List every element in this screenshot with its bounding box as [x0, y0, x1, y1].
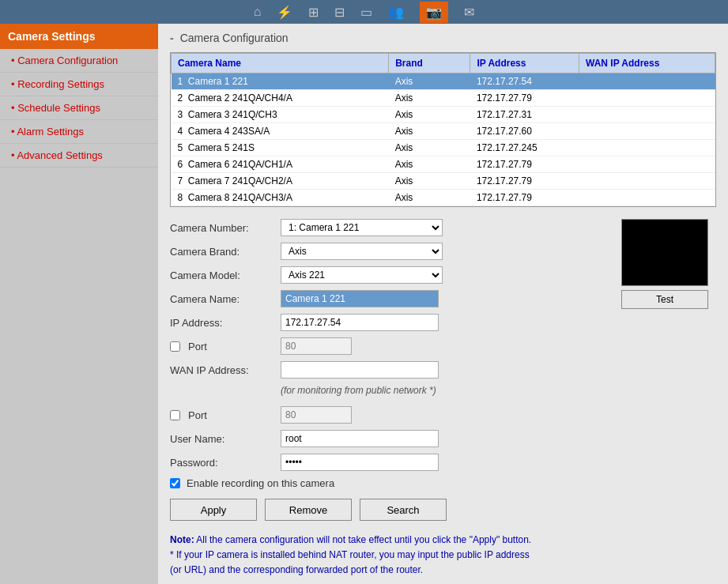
camera-row-ip: 172.17.27.54 — [470, 73, 579, 90]
wan-port-label: Port — [188, 409, 207, 421]
table-row[interactable]: 3 Camera 3 241Q/CH3 Axis 172.17.27.31 — [172, 107, 715, 123]
camera-table: Camera Name Brand IP Address WAN IP Addr… — [171, 53, 715, 206]
note-bold: Note: — [170, 534, 194, 545]
lightning-icon[interactable]: ⚡ — [277, 5, 292, 20]
camera-row-brand: Axis — [389, 190, 470, 206]
port-row: Port — [170, 337, 609, 355]
test-button[interactable]: Test — [621, 290, 708, 309]
camera-model-label: Camera Model: — [170, 269, 281, 281]
wan-ip-label: WAN IP Address: — [170, 364, 281, 376]
table-header-row: Camera Name Brand IP Address WAN IP Addr… — [172, 54, 715, 73]
section-dash: - — [170, 32, 174, 44]
camera-preview-image — [621, 219, 708, 286]
camera-brand-row: Camera Brand: Axis — [170, 243, 609, 260]
table-row[interactable]: 5 Camera 5 241S Axis 172.17.27.245 — [172, 140, 715, 156]
section-header: - Camera Configuration — [170, 32, 716, 44]
username-input[interactable] — [281, 430, 439, 447]
camera-name-row: Camera Name: — [170, 290, 609, 307]
main-layout: Camera Settings Camera Configuration Rec… — [0, 24, 728, 584]
camera-row-wan — [579, 156, 715, 173]
port-input[interactable] — [281, 337, 352, 355]
wan-port-spacer: Port — [170, 409, 281, 421]
wan-port-checkbox[interactable] — [170, 410, 180, 420]
camera-row-brand: Axis — [389, 73, 470, 90]
camera-row-wan — [579, 190, 715, 206]
camera-row-wan — [579, 140, 715, 156]
home-icon[interactable]: ⌂ — [254, 5, 262, 19]
camera-number-select[interactable]: 1: Camera 1 221 — [281, 219, 443, 236]
wan-port-input[interactable] — [281, 406, 352, 424]
monitor-icon[interactable]: ▭ — [360, 5, 372, 20]
col-header-ip: IP Address — [470, 54, 579, 73]
camera-row-name: 1 Camera 1 221 — [172, 73, 389, 90]
camera-number-row: Camera Number: 1: Camera 1 221 — [170, 219, 609, 236]
table-row[interactable]: 6 Camera 6 241QA/CH1/A Axis 172.17.27.79 — [172, 156, 715, 173]
camera-row-ip: 172.17.27.79 — [470, 190, 579, 206]
camera-model-row: Camera Model: Axis 221 — [170, 266, 609, 284]
ip-address-input[interactable] — [281, 314, 439, 331]
camera-row-name: 8 Camera 8 241QA/CH3/A — [172, 190, 389, 206]
camera-row-brand: Axis — [389, 107, 470, 123]
wan-ip-row: WAN IP Address: — [170, 361, 609, 379]
camera-name-input[interactable] — [281, 290, 439, 307]
sidebar-item-camera-configuration[interactable]: Camera Configuration — [0, 49, 158, 73]
camera-row-brand: Axis — [389, 173, 470, 190]
camera-table-wrapper: Camera Name Brand IP Address WAN IP Addr… — [170, 52, 716, 207]
password-row: Password: — [170, 454, 609, 471]
content-area: - Camera Configuration Camera Name Brand… — [158, 24, 728, 584]
camera-row-brand: Axis — [389, 140, 470, 156]
note-text2: * If your IP camera is installed behind … — [170, 549, 530, 560]
wan-note-text: (for monitoring from public network *) — [281, 385, 436, 396]
sidebar-item-schedule-settings[interactable]: Schedule Settings — [0, 96, 158, 120]
remove-button[interactable]: Remove — [265, 499, 352, 521]
form-section: Camera Number: 1: Camera 1 221 Camera Br… — [170, 219, 716, 533]
camera-row-name: 2 Camera 2 241QA/CH4/A — [172, 90, 389, 107]
username-label: User Name: — [170, 433, 281, 445]
col-header-brand: Brand — [389, 54, 470, 73]
note-section: Note: All the camera configuration will … — [170, 533, 716, 578]
sidebar-item-recording-settings[interactable]: Recording Settings — [0, 73, 158, 96]
table-row[interactable]: 2 Camera 2 241QA/CH4/A Axis 172.17.27.79 — [172, 90, 715, 107]
note-text1: All the camera configuration will not ta… — [194, 534, 532, 545]
apply-button[interactable]: Apply — [170, 499, 257, 521]
camera-preview-panel: Test — [621, 219, 716, 533]
camera-model-select[interactable]: Axis 221 — [281, 266, 443, 284]
sidebar-item-advanced-settings[interactable]: Advanced Settings — [0, 144, 158, 168]
settings-icon[interactable]: ⊟ — [334, 5, 345, 20]
table-row[interactable]: 4 Camera 4 243SA/A Axis 172.17.27.60 — [172, 123, 715, 140]
camera-row-brand: Axis — [389, 156, 470, 173]
camera-row-name: 6 Camera 6 241QA/CH1/A — [172, 156, 389, 173]
camera-row-brand: Axis — [389, 90, 470, 107]
camera-row-ip: 172.17.27.79 — [470, 156, 579, 173]
camera-row-ip: 172.17.27.79 — [470, 173, 579, 190]
port-checkbox[interactable] — [170, 341, 180, 352]
camera-row-ip: 172.17.27.31 — [470, 107, 579, 123]
table-row[interactable]: 1 Camera 1 221 Axis 172.17.27.54 — [172, 73, 715, 90]
col-header-wan: WAN IP Address — [579, 54, 715, 73]
camera-brand-select[interactable]: Axis — [281, 243, 443, 260]
camera-number-label: Camera Number: — [170, 222, 281, 234]
col-header-camera-name: Camera Name — [172, 54, 389, 73]
wan-ip-input[interactable] — [281, 361, 439, 379]
username-row: User Name: — [170, 430, 609, 447]
camera-icon[interactable]: 📷 — [420, 2, 448, 23]
camera-row-ip: 172.17.27.60 — [470, 123, 579, 140]
user-group-icon[interactable]: 👥 — [388, 5, 404, 20]
table-row[interactable]: 8 Camera 8 241QA/CH3/A Axis 172.17.27.79 — [172, 190, 715, 206]
search-button[interactable]: Search — [360, 499, 447, 521]
camera-row-brand: Axis — [389, 123, 470, 140]
camera-row-ip: 172.17.27.79 — [470, 90, 579, 107]
port-spacer: Port — [170, 341, 281, 352]
camera-row-name: 5 Camera 5 241S — [172, 140, 389, 156]
envelope-icon[interactable]: ✉ — [464, 5, 474, 20]
password-input[interactable] — [281, 454, 439, 471]
enable-recording-checkbox[interactable] — [170, 478, 180, 488]
camera-brand-label: Camera Brand: — [170, 246, 281, 258]
table-row[interactable]: 7 Camera 7 241QA/CH2/A Axis 172.17.27.79 — [172, 173, 715, 190]
camera-row-wan — [579, 107, 715, 123]
camera-row-wan — [579, 173, 715, 190]
sidebar-title: Camera Settings — [0, 24, 158, 49]
grid-icon[interactable]: ⊞ — [308, 5, 319, 20]
sidebar-item-alarm-settings[interactable]: Alarm Settings — [0, 120, 158, 144]
ip-address-label: IP Address: — [170, 317, 281, 329]
